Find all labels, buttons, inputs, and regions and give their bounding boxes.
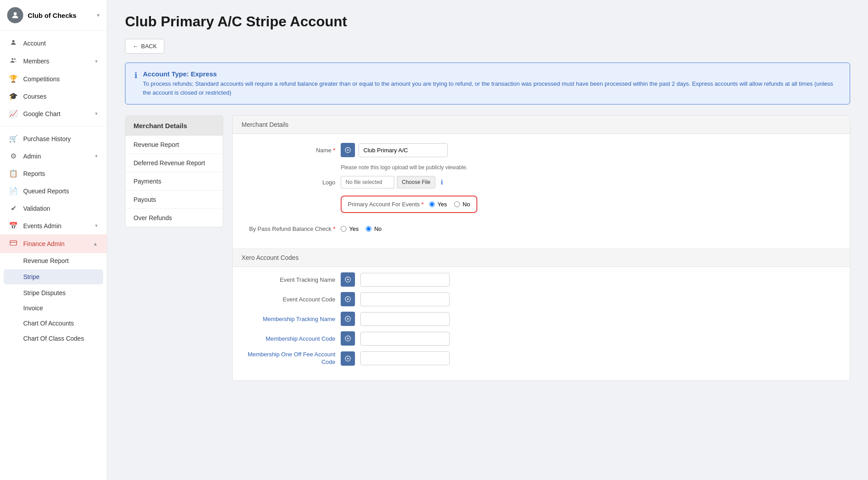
left-panel-item-over-refunds[interactable]: Over Refunds (125, 209, 223, 227)
sidebar: Club of Checks ▾ Account Members ▾ 🏆 Com… (0, 0, 107, 480)
admin-chevron-icon: ▾ (95, 153, 98, 159)
xero-membership-one-off-fee-input[interactable] (360, 351, 450, 365)
name-input[interactable] (359, 143, 448, 157)
xero-membership-one-off-fee-row: Membership One Off Fee Account Code (246, 351, 836, 366)
file-no-selected: No file selected (341, 176, 394, 188)
svg-point-2 (12, 58, 13, 60)
xero-event-tracking-name-input[interactable] (360, 273, 450, 287)
sub-item-stripe-disputes[interactable]: Stripe Disputes (0, 285, 107, 301)
name-icon-btn[interactable] (341, 143, 355, 157)
primary-account-row: Primary Account For Events * Yes (246, 196, 836, 218)
xero-event-tracking-name-icon[interactable] (341, 272, 355, 287)
main-content: Club Primary A/C Stripe Account ← BACK ℹ… (107, 0, 868, 480)
bypass-radio-group: Yes No (341, 225, 382, 232)
courses-label: Courses (23, 93, 98, 100)
validation-label: Validation (23, 205, 98, 212)
nav-divider (0, 126, 107, 126)
brand-name: Club of Checks (28, 12, 92, 19)
members-label: Members (23, 58, 90, 65)
file-input-group: No file selected Choose File (341, 176, 435, 188)
svg-rect-4 (10, 241, 17, 246)
left-panel-item-payouts[interactable]: Payouts (125, 191, 223, 209)
sub-item-chart-of-class-codes[interactable]: Chart Of Class Codes (0, 331, 107, 346)
left-panel-item-payments[interactable]: Payments (125, 172, 223, 191)
sub-item-invoice[interactable]: Invoice (0, 301, 107, 316)
left-panel-item-revenue-report[interactable]: Revenue Report (125, 136, 223, 154)
xero-event-account-code-input[interactable] (360, 292, 450, 306)
xero-membership-one-off-fee-icon[interactable] (341, 351, 355, 366)
sidebar-item-courses[interactable]: 🎓 Courses (0, 88, 107, 105)
sub-item-chart-of-accounts[interactable]: Chart Of Accounts (0, 316, 107, 331)
queued-reports-label: Queued Reports (23, 188, 98, 195)
google-chart-icon: 📈 (9, 109, 18, 118)
xero-membership-tracking-name-icon[interactable] (341, 312, 355, 326)
choose-file-button[interactable]: Choose File (397, 176, 435, 188)
sidebar-item-reports[interactable]: 📋 Reports (0, 165, 107, 182)
xero-membership-tracking-name-label: Membership Tracking Name (246, 316, 335, 322)
sidebar-item-competitions[interactable]: 🏆 Competitions (0, 70, 107, 88)
admin-label: Admin (23, 153, 90, 160)
primary-yes-option[interactable]: Yes (429, 201, 447, 208)
primary-no-radio[interactable] (454, 201, 460, 207)
sidebar-item-google-chart[interactable]: 📈 Google Chart ▾ (0, 105, 107, 122)
brand[interactable]: Club of Checks ▾ (0, 0, 107, 31)
xero-event-account-code-icon[interactable] (341, 292, 355, 306)
xero-form: Event Tracking Name Event Account Code M… (233, 272, 850, 380)
invoice-sub-label: Invoice (23, 305, 43, 312)
svg-point-0 (14, 12, 17, 15)
purchase-history-icon: 🛒 (9, 134, 18, 143)
sidebar-item-validation[interactable]: ✔ Validation (0, 200, 107, 217)
back-arrow-icon: ← (133, 43, 138, 50)
info-banner-content: Account Type: Express To process refunds… (143, 70, 841, 97)
name-required-star: * (333, 147, 335, 154)
bypass-no-option[interactable]: No (366, 225, 382, 232)
logo-control: No file selected Choose File ℹ (341, 176, 836, 188)
xero-membership-account-code-icon[interactable] (341, 331, 355, 346)
purchase-history-label: Purchase History (23, 135, 98, 142)
svg-point-1 (12, 40, 14, 42)
logo-label: Logo (246, 179, 335, 186)
xero-event-tracking-name-label: Event Tracking Name (246, 276, 335, 283)
xero-membership-tracking-name-input[interactable] (360, 312, 450, 326)
brand-chevron-icon: ▾ (97, 12, 100, 18)
brand-avatar (7, 7, 23, 23)
primary-yes-radio[interactable] (429, 201, 435, 207)
bypass-no-radio[interactable] (366, 226, 371, 232)
left-panel-item-deferred-revenue-report[interactable]: Deferred Revenue Report (125, 154, 223, 172)
back-label: BACK (141, 43, 157, 50)
sidebar-item-account[interactable]: Account (0, 34, 107, 52)
bypass-yes-radio[interactable] (341, 226, 346, 232)
finance-admin-icon (9, 239, 18, 249)
sidebar-item-queued-reports[interactable]: 📄 Queued Reports (0, 182, 107, 200)
queued-reports-icon: 📄 (9, 187, 18, 195)
back-button[interactable]: ← BACK (125, 39, 164, 54)
courses-icon: 🎓 (9, 92, 18, 100)
events-admin-label: Events Admin (23, 222, 90, 230)
xero-membership-account-code-row: Membership Account Code (246, 331, 836, 346)
sub-item-stripe[interactable]: Stripe (4, 269, 103, 284)
reports-label: Reports (23, 170, 98, 177)
google-chart-label: Google Chart (23, 110, 90, 117)
bypass-yes-option[interactable]: Yes (341, 225, 359, 232)
bypass-control: Yes No (341, 225, 836, 232)
info-banner: ℹ Account Type: Express To process refun… (125, 63, 850, 104)
info-banner-title: Account Type: Express (143, 70, 841, 78)
events-admin-icon: 📅 (9, 221, 18, 230)
info-banner-text: To process refunds; Standard accounts wi… (143, 79, 841, 97)
primary-no-option[interactable]: No (454, 201, 470, 208)
google-chart-chevron-icon: ▾ (95, 111, 98, 117)
sub-item-revenue-report[interactable]: Revenue Report (0, 253, 107, 268)
merchant-details-form: Name * Please note this logo upload will… (233, 134, 850, 249)
sidebar-item-members[interactable]: Members ▾ (0, 52, 107, 70)
sidebar-item-admin[interactable]: ⚙ Admin ▾ (0, 147, 107, 165)
page-title: Club Primary A/C Stripe Account (125, 13, 850, 30)
sidebar-item-finance-admin[interactable]: Finance Admin ▲ (0, 234, 107, 253)
name-label: Name * (246, 147, 335, 154)
sidebar-item-events-admin[interactable]: 📅 Events Admin ▾ (0, 217, 107, 234)
admin-icon: ⚙ (9, 152, 18, 160)
sidebar-item-purchase-history[interactable]: 🛒 Purchase History (0, 130, 107, 147)
xero-membership-account-code-input[interactable] (360, 332, 450, 346)
validation-icon: ✔ (9, 204, 18, 213)
logo-info-icon: ℹ (441, 179, 443, 186)
xero-event-tracking-name-row: Event Tracking Name (246, 272, 836, 287)
